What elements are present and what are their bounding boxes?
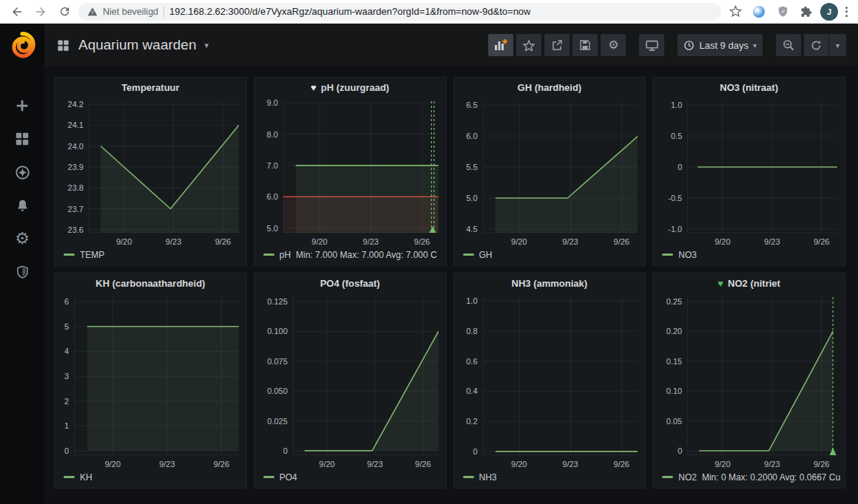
legend-nh3: NH3 (454, 470, 646, 488)
x-axis-labels: 9/209/239/26 (74, 458, 239, 470)
legend-label[interactable]: pH (280, 250, 291, 260)
panel-title-po4[interactable]: PO4 (fosfaat) (254, 273, 446, 293)
panel-title-temperatuur[interactable]: Temperatuur (55, 78, 246, 97)
refresh-icon[interactable] (804, 34, 828, 56)
browser-menu-icon[interactable] (842, 4, 851, 20)
panel-no3: NO3 (nitraat)-1.0-0.500.51.09/209/239/26… (652, 77, 845, 266)
cycle-view-mode-button[interactable] (639, 34, 664, 56)
x-axis-labels: 9/209/239/26 (687, 236, 837, 248)
sidebar-alerting-bell-icon[interactable] (13, 197, 31, 214)
y-axis-labels: 00.050.100.150.200.25 (659, 297, 682, 455)
legend-stats: Min: 0 Max: 0.2000 Avg: 0.0667 Cu (702, 472, 840, 483)
time-range-picker[interactable]: Last 9 days ▾ (678, 34, 763, 56)
panel-title-ph[interactable]: ♥pH (zuurgraad) (254, 78, 446, 97)
legend-label[interactable]: NO2 (678, 472, 697, 483)
save-dashboard-button[interactable] (572, 34, 598, 56)
chart-nh3[interactable]: 00.20.40.60.81.09/209/239/26 (460, 294, 641, 470)
panel-title-no2[interactable]: ♥NO2 (nitriet (653, 273, 845, 293)
panel-title-gh[interactable]: GH (hardheid) (454, 78, 646, 97)
clock-icon (683, 40, 695, 51)
legend-stats: Min: 7.000 Max: 7.000 Avg: 7.000 C (296, 250, 437, 260)
title-caret-icon[interactable]: ▾ (204, 41, 209, 50)
zoom-out-button[interactable] (776, 34, 801, 56)
legend-color-icon (463, 476, 474, 478)
legend-color-icon (463, 253, 474, 256)
url-separator (163, 7, 164, 17)
extension-blue-icon[interactable] (749, 2, 769, 21)
legend-color-icon (662, 476, 673, 478)
security-label[interactable]: Niet beveiligd (103, 7, 158, 17)
extensions-puzzle-icon[interactable] (797, 2, 816, 21)
y-axis-labels: 00.20.40.60.81.0 (460, 297, 478, 455)
time-range-label: Last 9 days (699, 40, 749, 51)
bookmark-star-icon[interactable] (726, 2, 745, 21)
chart-no2[interactable]: 00.050.100.150.200.259/209/239/26 (659, 294, 840, 470)
reload-icon[interactable] (55, 2, 74, 21)
panel-title-nh3[interactable]: NH3 (ammoniak) (454, 273, 646, 293)
x-axis-labels: 9/209/239/26 (483, 236, 638, 248)
back-icon[interactable] (7, 2, 27, 21)
x-axis-labels: 9/209/239/26 (483, 458, 638, 470)
panel-title-kh[interactable]: KH (carbonaathardheid) (55, 273, 246, 293)
panel-no2: ♥NO2 (nitriet00.050.100.150.200.259/209/… (652, 273, 845, 488)
chart-no3[interactable]: -1.0-0.500.51.09/209/239/26 (659, 98, 840, 248)
panel-kh: KH (carbonaathardheid)01234569/209/239/2… (54, 273, 247, 488)
legend-color-icon (263, 253, 274, 256)
url-text[interactable]: 192.168.2.62:3000/d/e7VyxaRgz/aquarium-w… (169, 6, 530, 17)
refresh-interval-caret-icon[interactable]: ▾ (828, 34, 846, 56)
legend-color-icon (64, 476, 75, 478)
x-axis-labels: 9/209/239/26 (89, 236, 239, 248)
time-range-caret-icon: ▾ (753, 41, 757, 50)
chart-temperatuur[interactable]: 23.623.723.823.924.024.124.29/209/239/26 (61, 98, 242, 248)
panel-gh: GH (hardheid)4.55.05.56.06.59/209/239/26… (453, 77, 646, 266)
panel-title-no3[interactable]: NO3 (nitraat) (653, 78, 845, 97)
y-axis-labels: -1.0-0.500.51.0 (659, 101, 682, 233)
sidebar-configuration-gear-icon[interactable]: ⚙ (13, 230, 31, 248)
legend-no2: NO2Min: 0 Max: 0.2000 Avg: 0.0667 Cu (653, 470, 845, 488)
chart-kh[interactable]: 01234569/209/239/26 (61, 294, 242, 470)
legend-label[interactable]: PO4 (280, 472, 297, 483)
chart-po4[interactable]: 00.0250.0500.0750.1000.1259/209/239/26 (260, 294, 442, 470)
legend-label[interactable]: GH (479, 250, 493, 260)
legend-color-icon (263, 476, 274, 478)
profile-avatar[interactable]: J (820, 3, 838, 21)
legend-kh: KH (55, 470, 246, 488)
alert-state-heart-icon: ♥ (311, 83, 317, 92)
panel-po4: PO4 (fosfaat)00.0250.0500.0750.1000.1259… (254, 273, 447, 488)
chart-ph[interactable]: 5.06.07.08.09.09/209/239/26 (260, 98, 442, 248)
alert-state-heart-icon: ♥ (717, 279, 723, 288)
legend-label[interactable]: KH (80, 472, 92, 483)
legend-gh: GH (454, 248, 646, 265)
grafana-sidebar: ⚙ (0, 24, 44, 504)
panel-temperatuur: Temperatuur23.623.723.823.924.024.124.29… (54, 77, 247, 266)
star-dashboard-button[interactable] (516, 34, 541, 56)
y-axis-labels: 00.0250.0500.0750.1000.125 (260, 297, 288, 455)
dashboard-title[interactable]: Aquarium waarden (78, 37, 196, 53)
legend-label[interactable]: NO3 (678, 250, 697, 260)
legend-label[interactable]: TEMP (80, 250, 104, 260)
chart-gh[interactable]: 4.55.05.56.06.59/209/239/26 (460, 98, 641, 248)
legend-no3: NO3 (653, 248, 845, 265)
extension-shield-icon[interactable] (773, 2, 792, 21)
sidebar-add-icon[interactable] (13, 97, 31, 115)
y-axis-labels: 5.06.07.08.09.0 (260, 101, 278, 233)
url-bar[interactable]: Niet beveiligd 192.168.2.62:3000/d/e7Vyx… (78, 3, 721, 21)
x-axis-labels: 9/209/239/26 (283, 236, 439, 248)
add-panel-button[interactable] (488, 34, 513, 56)
sidebar-server-admin-shield-icon[interactable] (13, 263, 31, 281)
panel-nh3: NH3 (ammoniak)00.20.40.60.81.09/209/239/… (453, 273, 646, 488)
grafana-logo[interactable] (7, 30, 38, 61)
legend-label[interactable]: NH3 (479, 472, 497, 483)
share-dashboard-button[interactable] (544, 34, 570, 56)
legend-color-icon (64, 253, 75, 256)
sidebar-explore-icon[interactable] (13, 163, 31, 181)
dashboard-settings-button[interactable]: ⚙ (601, 34, 626, 56)
legend-po4: PO4 (254, 470, 446, 488)
legend-color-icon (662, 253, 673, 256)
forward-icon[interactable] (31, 2, 50, 21)
sidebar-dashboards-icon[interactable] (13, 130, 31, 148)
dashboard-header: Aquarium waarden ▾ ⚙ (44, 24, 858, 67)
x-axis-labels: 9/209/239/26 (687, 458, 837, 470)
refresh-button[interactable]: ▾ (804, 34, 846, 56)
dashboard-grid-icon (56, 38, 70, 52)
